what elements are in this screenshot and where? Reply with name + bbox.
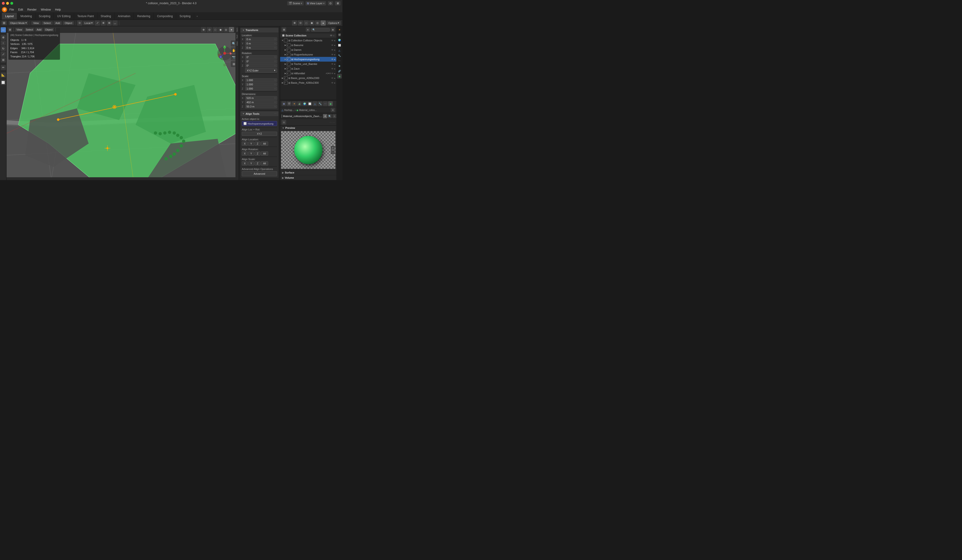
menu-edit[interactable]: Edit: [16, 8, 25, 12]
transform-icon[interactable]: ⤢: [95, 21, 100, 26]
tische-dot[interactable]: ●: [334, 63, 336, 65]
collection-hochspannungseitung[interactable]: ▶ ✓ ⊞ Hochspannungseitung 👁 ●: [280, 57, 336, 61]
align-options-icon[interactable]: ⋯: [274, 112, 277, 115]
collection-basis-gross[interactable]: ▶ ✓ ⊞ Basis_gross_4280x2300 👁 ●: [280, 76, 336, 80]
local-dropdown[interactable]: Local ▾: [83, 21, 94, 25]
basis-piste-eye[interactable]: 👁: [331, 82, 334, 84]
vp-shade-solid[interactable]: ◉: [218, 27, 223, 32]
preview-header[interactable]: ▼ Preview: [280, 126, 336, 130]
damm-checkbox[interactable]: ✓: [287, 48, 291, 52]
pib-physics-icon[interactable]: ⊕: [337, 63, 342, 68]
vp-overlay-btn[interactable]: ⊕: [201, 27, 206, 32]
falloff-icon[interactable]: ◡: [113, 21, 118, 26]
pivot-icon[interactable]: ⊕: [101, 21, 106, 26]
collection-basis-piste[interactable]: ▶ ✓ ⊞ Basis_Piste_4280x2300 👁 ●: [280, 80, 336, 85]
shading-solid-icon[interactable]: ◉: [309, 21, 315, 26]
rotation-z-field[interactable]: 0° ⎘: [245, 64, 277, 68]
preview-sphere-icon[interactable]: ●: [331, 146, 335, 150]
mat-browse-btn[interactable]: 🔍: [328, 114, 332, 118]
vp-shade-mat[interactable]: ◎: [223, 27, 229, 32]
align-scale-x-btn[interactable]: X: [242, 161, 248, 166]
viewport[interactable]: ⊞ View Select Add Object ⊕ ⊙ □ ◉ ◎ ●: [6, 26, 239, 180]
mat-modifier-icon[interactable]: 🔧: [318, 101, 323, 106]
mat-mode-icon[interactable]: ⊞: [282, 101, 286, 106]
align-rot-z-btn[interactable]: Z: [255, 151, 261, 156]
scene-search-input[interactable]: [311, 28, 330, 32]
collection-flugverbotszone[interactable]: ▶ ✓ ⊞ Flugverbotszone 👁 ●: [280, 52, 336, 57]
options-button[interactable]: Options ▾: [326, 21, 341, 25]
preview-flat-icon[interactable]: □: [331, 150, 335, 154]
align-rot-all-btn[interactable]: All: [261, 151, 268, 156]
scale-z-field[interactable]: 1.000 ⎘: [245, 87, 277, 90]
hoch-checkbox[interactable]: ✓: [287, 57, 291, 61]
rotation-y-field[interactable]: 0° ⎘: [245, 60, 277, 63]
pib-data-icon[interactable]: △: [337, 48, 342, 53]
add-workspace-button[interactable]: +: [194, 13, 200, 19]
align-loc-all-btn[interactable]: All: [261, 142, 268, 146]
collection-zaun[interactable]: ▶ ✓ ⊞ Zaun 👁 ●: [280, 66, 336, 71]
tab-animation[interactable]: Animation: [115, 13, 134, 19]
move-tool[interactable]: ↕: [1, 40, 6, 46]
mat-particles-icon[interactable]: ⋯: [323, 101, 328, 106]
tische-eye[interactable]: 👁: [331, 63, 334, 65]
pib-scene-icon[interactable]: 🎬: [337, 32, 342, 37]
mat-mesh-icon[interactable]: △: [313, 101, 317, 106]
zaun-checkbox[interactable]: ✓: [287, 67, 291, 71]
hilfs-eye[interactable]: 👁: [331, 72, 334, 75]
view-menu[interactable]: View: [31, 21, 41, 25]
viewport-view-menu[interactable]: View: [15, 28, 24, 32]
item-tab[interactable]: Item: [236, 26, 239, 34]
snap-grid-icon[interactable]: ⊞: [107, 21, 112, 26]
tab-uv-editing[interactable]: UV Editing: [54, 13, 74, 19]
vp-shade-render[interactable]: ●: [229, 27, 234, 32]
editor-type-selector[interactable]: 🖥: [335, 1, 341, 5]
transform-tool[interactable]: ⊞: [1, 57, 6, 63]
pib-render-icon[interactable]: ☀: [337, 27, 342, 32]
scale-x-field[interactable]: 1.000 ⎘: [245, 78, 277, 82]
shading-wire-icon[interactable]: □: [303, 21, 309, 26]
minimize-button[interactable]: [6, 2, 9, 5]
blender-logo[interactable]: ⦿: [2, 7, 7, 12]
collection-tische[interactable]: ▶ ✓ ⊞ Tische_und_Baenke 👁 ●: [280, 61, 336, 66]
annotate-tool[interactable]: ✏: [1, 65, 6, 70]
select-menu[interactable]: Select: [42, 21, 53, 25]
root-eye-icon[interactable]: 👁: [331, 39, 334, 42]
tab-texture-paint[interactable]: Texture Paint: [74, 13, 97, 19]
location-z-field[interactable]: 0 m ⎘: [245, 46, 277, 50]
tab-scripting[interactable]: Scripting: [176, 13, 194, 19]
tab-compositing[interactable]: Compositing: [154, 13, 176, 19]
collection-baeume[interactable]: ▶ ✓ ⊞ Baeume 👁 ●: [280, 43, 336, 47]
view-layer-selector[interactable]: ⧉ View Layer ▾: [305, 1, 326, 5]
vp-gizmo-btn[interactable]: ⊙: [207, 27, 212, 32]
mat-copy-btn[interactable]: ⎘: [333, 114, 336, 118]
mat-tb-icon1[interactable]: ⊞: [282, 120, 286, 125]
render-engine-selector[interactable]: ⊙: [328, 1, 333, 5]
pib-constraints-icon[interactable]: 🔗: [337, 69, 342, 73]
select-tool[interactable]: ▭: [1, 27, 6, 32]
shading-material-icon[interactable]: ◎: [315, 21, 320, 26]
flug-checkbox[interactable]: ✓: [287, 53, 291, 56]
tische-checkbox[interactable]: ✓: [287, 62, 291, 66]
location-y-field[interactable]: 0 m ⎘: [245, 42, 277, 45]
object-mode-dropdown[interactable]: Object Mode ▾: [9, 21, 28, 25]
tab-rendering[interactable]: Rendering: [134, 13, 153, 19]
viewport-editor-type[interactable]: ⊞: [8, 28, 12, 32]
hoch-dot[interactable]: ●: [334, 58, 336, 61]
damm-eye[interactable]: 👁: [331, 49, 334, 51]
scale-y-field[interactable]: 1.000 ⎘: [245, 82, 277, 86]
menu-file[interactable]: File: [8, 8, 16, 12]
tab-modeling[interactable]: Modeling: [17, 13, 36, 19]
flug-eye[interactable]: 👁: [331, 53, 334, 56]
rotation-mode-dropdown[interactable]: XYZ Euler ▾: [245, 68, 277, 72]
basis-piste-checkbox[interactable]: ✓: [284, 81, 288, 85]
zaun-dot[interactable]: ●: [334, 68, 336, 70]
hoch-eye[interactable]: 👁: [331, 58, 334, 61]
pib-modifier-icon[interactable]: 🔧: [337, 53, 342, 58]
sc-eye-icon[interactable]: 👁: [330, 34, 333, 37]
overlay-icon[interactable]: ⊕: [292, 21, 297, 26]
mat-output-icon[interactable]: 🖨: [297, 101, 302, 106]
menu-render[interactable]: Render: [26, 8, 38, 12]
tab-layout[interactable]: Layout: [2, 13, 17, 19]
flug-dot[interactable]: ●: [334, 53, 336, 56]
pib-material-icon[interactable]: ◉: [337, 74, 342, 79]
